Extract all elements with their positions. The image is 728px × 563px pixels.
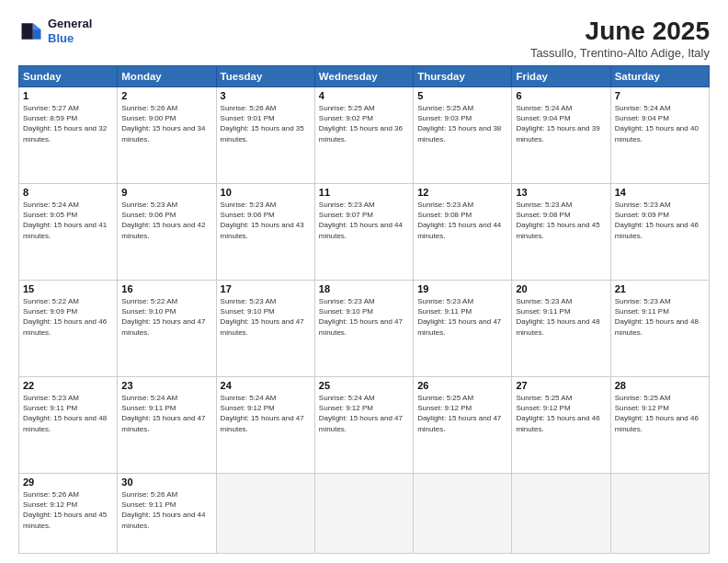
sunset-label: Sunset: 9:11 PM [121,404,176,412]
day-header-friday: Friday [512,66,610,87]
calendar-week-5: 29 Sunrise: 5:26 AM Sunset: 9:12 PM Dayl… [19,473,710,553]
calendar-cell: 21 Sunrise: 5:23 AM Sunset: 9:11 PM Dayl… [610,280,709,376]
day-number: 14 [615,187,705,198]
sunrise-label: Sunrise: 5:24 AM [516,104,572,112]
day-number: 3 [221,90,311,101]
sunrise-label: Sunrise: 5:23 AM [417,201,473,209]
day-info: Sunrise: 5:25 AM Sunset: 9:12 PM Dayligh… [417,393,507,434]
sunset-label: Sunset: 9:08 PM [417,211,472,219]
calendar-cell: 9 Sunrise: 5:23 AM Sunset: 9:06 PM Dayli… [118,183,216,280]
daylight-label: Daylight: 15 hours and 45 minutes. [23,511,107,529]
sunset-label: Sunset: 9:00 PM [121,114,176,122]
day-info: Sunrise: 5:24 AM Sunset: 9:05 PM Dayligh… [23,200,113,241]
sunrise-label: Sunrise: 5:26 AM [121,490,177,499]
calendar-cell: 2 Sunrise: 5:26 AM Sunset: 9:00 PM Dayli… [118,87,216,184]
day-info: Sunrise: 5:25 AM Sunset: 9:02 PM Dayligh… [319,103,409,144]
daylight-label: Daylight: 15 hours and 42 minutes. [121,221,205,239]
day-info: Sunrise: 5:25 AM Sunset: 9:03 PM Dayligh… [417,103,507,144]
calendar-week-4: 22 Sunrise: 5:23 AM Sunset: 9:11 PM Dayl… [19,376,710,473]
sunset-label: Sunset: 9:08 PM [516,211,570,219]
calendar-cell: 3 Sunrise: 5:26 AM Sunset: 9:01 PM Dayli… [216,87,314,184]
sunrise-label: Sunrise: 5:25 AM [516,394,572,402]
calendar-cell [512,473,610,553]
logo-icon [18,18,44,44]
calendar-cell [216,473,314,553]
sunrise-label: Sunrise: 5:25 AM [615,394,671,402]
sunset-label: Sunset: 9:01 PM [221,114,275,122]
sunrise-label: Sunrise: 5:24 AM [221,394,277,402]
sunrise-label: Sunrise: 5:27 AM [23,104,79,112]
location-title: Tassullo, Trentino-Alto Adige, Italy [530,46,710,60]
day-number: 7 [615,90,705,101]
calendar-week-2: 8 Sunrise: 5:24 AM Sunset: 9:05 PM Dayli… [19,183,710,280]
calendar-cell [414,473,512,553]
daylight-label: Daylight: 15 hours and 46 minutes. [23,317,107,336]
sunrise-label: Sunrise: 5:23 AM [221,297,277,305]
calendar-cell: 6 Sunrise: 5:24 AM Sunset: 9:04 PM Dayli… [512,87,610,184]
daylight-label: Daylight: 15 hours and 43 minutes. [221,221,304,239]
day-info: Sunrise: 5:23 AM Sunset: 9:10 PM Dayligh… [319,296,409,338]
daylight-label: Daylight: 15 hours and 47 minutes. [121,317,205,336]
day-number: 12 [417,187,507,198]
sunrise-label: Sunrise: 5:23 AM [615,297,671,305]
daylight-label: Daylight: 15 hours and 46 minutes. [615,414,699,432]
daylight-label: Daylight: 15 hours and 47 minutes. [319,317,403,336]
sunset-label: Sunset: 9:12 PM [221,404,275,412]
logo: General Blue [18,17,92,45]
calendar-week-1: 1 Sunrise: 5:27 AM Sunset: 8:59 PM Dayli… [19,87,710,184]
day-number: 5 [417,90,507,101]
sunrise-label: Sunrise: 5:23 AM [121,201,177,209]
logo-line2: Blue [48,31,92,46]
daylight-label: Daylight: 15 hours and 47 minutes. [221,317,304,336]
calendar-cell: 1 Sunrise: 5:27 AM Sunset: 8:59 PM Dayli… [19,87,118,184]
sunset-label: Sunset: 9:02 PM [319,114,373,122]
sunset-label: Sunset: 9:06 PM [221,211,275,219]
logo-line1: General [48,17,92,31]
day-info: Sunrise: 5:24 AM Sunset: 9:11 PM Dayligh… [121,393,211,434]
day-info: Sunrise: 5:23 AM Sunset: 9:08 PM Dayligh… [417,200,507,241]
calendar-cell: 16 Sunrise: 5:22 AM Sunset: 9:10 PM Dayl… [118,280,216,376]
daylight-label: Daylight: 15 hours and 44 minutes. [121,511,205,529]
calendar-cell: 15 Sunrise: 5:22 AM Sunset: 9:09 PM Dayl… [19,280,118,376]
daylight-label: Daylight: 15 hours and 32 minutes. [23,124,107,143]
sunrise-label: Sunrise: 5:25 AM [319,104,375,112]
calendar-cell: 28 Sunrise: 5:25 AM Sunset: 9:12 PM Dayl… [610,376,709,473]
calendar-cell: 25 Sunrise: 5:24 AM Sunset: 9:12 PM Dayl… [314,376,413,473]
sunrise-label: Sunrise: 5:22 AM [121,297,177,305]
sunrise-label: Sunrise: 5:24 AM [319,394,375,402]
sunset-label: Sunset: 9:11 PM [615,307,669,316]
day-number: 27 [516,380,606,391]
daylight-label: Daylight: 15 hours and 40 minutes. [615,124,699,143]
day-number: 2 [121,90,211,101]
calendar-cell: 4 Sunrise: 5:25 AM Sunset: 9:02 PM Dayli… [314,87,413,184]
sunrise-label: Sunrise: 5:24 AM [121,394,177,402]
daylight-label: Daylight: 15 hours and 48 minutes. [23,414,107,432]
daylight-label: Daylight: 15 hours and 45 minutes. [516,221,599,239]
daylight-label: Daylight: 15 hours and 41 minutes. [23,221,107,239]
day-info: Sunrise: 5:26 AM Sunset: 9:11 PM Dayligh… [121,489,211,531]
day-number: 18 [319,283,409,294]
sunset-label: Sunset: 9:12 PM [615,404,669,412]
calendar-cell: 11 Sunrise: 5:23 AM Sunset: 9:07 PM Dayl… [314,183,413,280]
day-header-sunday: Sunday [19,66,118,87]
calendar-header-row: SundayMondayTuesdayWednesdayThursdayFrid… [19,66,710,87]
logo-text: General Blue [48,17,92,45]
sunset-label: Sunset: 9:03 PM [417,114,472,122]
day-info: Sunrise: 5:25 AM Sunset: 9:12 PM Dayligh… [615,393,705,434]
calendar-cell [314,473,413,553]
day-info: Sunrise: 5:23 AM Sunset: 9:11 PM Dayligh… [516,296,606,338]
sunset-label: Sunset: 9:11 PM [516,307,570,316]
daylight-label: Daylight: 15 hours and 47 minutes. [221,414,304,432]
sunset-label: Sunset: 9:12 PM [23,500,77,509]
sunrise-label: Sunrise: 5:23 AM [319,297,375,305]
day-number: 1 [23,90,113,101]
day-info: Sunrise: 5:23 AM Sunset: 9:11 PM Dayligh… [23,393,113,434]
day-number: 15 [23,283,113,294]
sunset-label: Sunset: 9:12 PM [319,404,373,412]
day-number: 29 [23,477,113,488]
sunset-label: Sunset: 9:04 PM [516,114,570,122]
day-number: 23 [121,380,211,391]
calendar-week-3: 15 Sunrise: 5:22 AM Sunset: 9:09 PM Dayl… [19,280,710,376]
day-number: 4 [319,90,409,101]
day-info: Sunrise: 5:24 AM Sunset: 9:12 PM Dayligh… [319,393,409,434]
